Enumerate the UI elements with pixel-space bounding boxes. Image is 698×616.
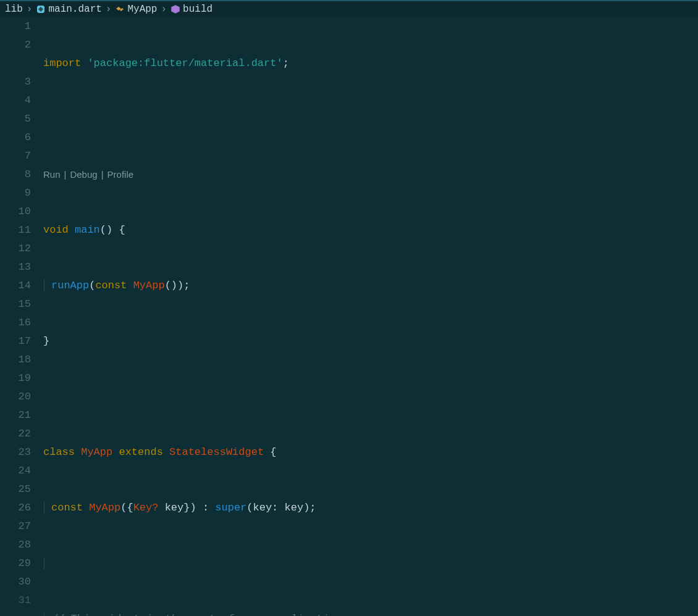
line-number: 25	[0, 480, 31, 499]
code-line: runApp(const MyApp());	[43, 277, 698, 295]
line-number: 20	[0, 388, 31, 406]
line-number: 18	[0, 351, 31, 369]
line-number: 12	[0, 239, 31, 258]
chevron-right-icon: ›	[106, 4, 112, 15]
codelens: Run|Debug|Profile	[43, 165, 698, 184]
code-line: // This widget is the root of your appli…	[43, 610, 698, 616]
code-line: import 'package:flutter/material.dart';	[43, 54, 698, 73]
code-line: }	[43, 332, 698, 351]
line-number: 14	[0, 277, 31, 295]
class-icon	[115, 4, 125, 14]
line-number: 3	[0, 73, 31, 91]
code-line	[43, 388, 698, 406]
breadcrumb-class[interactable]: MyApp	[115, 4, 157, 15]
line-number: 8	[0, 165, 31, 184]
breadcrumb-label: lib	[5, 4, 23, 15]
line-number: 24	[0, 462, 31, 480]
line-number: 15	[0, 295, 31, 314]
chevron-right-icon: ›	[27, 4, 33, 15]
line-number	[0, 54, 31, 73]
line-number: 9	[0, 184, 31, 202]
code-line: class MyApp extends StatelessWidget {	[43, 443, 698, 462]
line-number: 2	[0, 36, 31, 54]
method-icon	[170, 4, 180, 14]
line-gutter: 1 2 3 4 5 6 7 8 9 10 11 12 13 14 15 16 1…	[0, 17, 43, 616]
line-number: 17	[0, 332, 31, 351]
line-number: 13	[0, 258, 31, 277]
line-number: 21	[0, 406, 31, 425]
line-number: 10	[0, 202, 31, 221]
line-number: 19	[0, 369, 31, 388]
codelens-debug[interactable]: Debug	[70, 165, 97, 184]
breadcrumb: lib › main.dart › MyApp › build	[0, 0, 698, 17]
line-number: 28	[0, 536, 31, 554]
line-number: 11	[0, 221, 31, 239]
chevron-right-icon: ›	[161, 4, 167, 15]
code-editor[interactable]: 1 2 3 4 5 6 7 8 9 10 11 12 13 14 15 16 1…	[0, 17, 698, 616]
breadcrumb-label: MyApp	[127, 4, 157, 15]
line-number: 1	[0, 17, 31, 36]
breadcrumb-lib[interactable]: lib	[5, 4, 23, 15]
line-number: 31	[0, 591, 31, 610]
line-number: 4	[0, 91, 31, 110]
dart-icon	[36, 4, 46, 14]
line-number: 7	[0, 147, 31, 165]
line-number: 22	[0, 425, 31, 443]
code-line: void main() {	[43, 221, 698, 239]
line-number: 23	[0, 443, 31, 462]
line-number: 26	[0, 499, 31, 517]
code-line: const MyApp({Key? key}) : super(key: key…	[43, 499, 698, 517]
code-line	[43, 554, 698, 573]
breadcrumb-method[interactable]: build	[170, 4, 212, 15]
code-area[interactable]: import 'package:flutter/material.dart'; …	[43, 17, 698, 616]
breadcrumb-file[interactable]: main.dart	[36, 4, 101, 15]
line-number: 16	[0, 314, 31, 332]
line-number: 6	[0, 128, 31, 147]
breadcrumb-label: main.dart	[48, 4, 101, 15]
line-number: 29	[0, 554, 31, 573]
line-number: 27	[0, 517, 31, 536]
line-number: 30	[0, 573, 31, 591]
breadcrumb-label: build	[183, 4, 212, 15]
line-number: 5	[0, 110, 31, 128]
codelens-run[interactable]: Run	[43, 165, 61, 184]
codelens-profile[interactable]: Profile	[107, 165, 134, 184]
code-line	[43, 110, 698, 128]
